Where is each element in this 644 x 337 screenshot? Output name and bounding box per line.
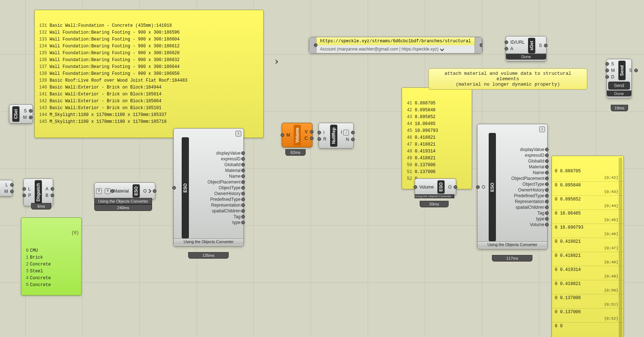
eso-output-expressid[interactable]: expressID bbox=[190, 156, 243, 162]
eso-output-displayvalue[interactable]: displayValue bbox=[497, 147, 547, 152]
volume-title: Volume bbox=[294, 125, 301, 146]
eso-output-spatialchildren[interactable]: spatialChildren bbox=[497, 204, 547, 210]
component-volume-eso[interactable]: Volume ESO O bbox=[415, 178, 456, 195]
dispatch-out-b[interactable]: B bbox=[43, 192, 53, 199]
volume-eso-out[interactable]: O bbox=[446, 184, 456, 190]
eso-output-name[interactable]: Name bbox=[190, 173, 243, 179]
eso-output-representation[interactable]: Representation bbox=[190, 202, 243, 208]
component-volume[interactable]: M Volume V C bbox=[282, 123, 312, 147]
nullrep-out-i[interactable]: I ↓ bbox=[339, 129, 354, 136]
tree-row: 0 0.137006{0;51} bbox=[552, 294, 623, 308]
eso-output-globalid[interactable]: GlobalId bbox=[190, 162, 243, 168]
nullrep-out-n[interactable]: N bbox=[339, 136, 354, 143]
stream-url-strip[interactable]: https://speckle.xyz/streams/6d6cbc1bdf/b… bbox=[309, 37, 483, 53]
component-nullrep[interactable]: I R NullRep I ↓ N bbox=[319, 123, 354, 148]
nullrep-in-r[interactable]: R bbox=[319, 136, 329, 142]
send-timer: 19ms bbox=[611, 105, 628, 111]
stream-url-field[interactable]: https://speckle.xyz/streams/6d6cbc1bdf/b… bbox=[316, 37, 475, 45]
tree-row: 0 0 bbox=[552, 322, 623, 330]
eso-output-tag[interactable]: Tag bbox=[497, 210, 547, 216]
component-sget[interactable]: ID/URL A sGet S Done bbox=[506, 36, 546, 61]
dispatch-in-l[interactable]: L bbox=[24, 186, 33, 192]
toggle-icon-2[interactable]: Y bbox=[105, 188, 111, 194]
component-cset[interactable]: CSet S M bbox=[9, 104, 33, 124]
eso-output-spatialchildren[interactable]: spatialChildren bbox=[190, 208, 243, 214]
eso-output-material[interactable]: Material bbox=[190, 168, 243, 173]
component-send[interactable]: S M D Send S Send Done bbox=[606, 59, 632, 98]
list-item: 133 Wall Foundation:Bearing Footing - 90… bbox=[37, 36, 261, 43]
eso-output-objecttype[interactable]: ObjectType bbox=[190, 185, 243, 191]
eso-right-title: ESO bbox=[489, 133, 496, 241]
dispatch-in-p[interactable]: P bbox=[24, 192, 33, 199]
dispatch-out-a[interactable]: A bbox=[43, 186, 53, 192]
list-item: 143 Basic Wall:Exterior - Brick on Block… bbox=[37, 105, 261, 112]
eso-output-predefinedtype[interactable]: PredefinedType bbox=[190, 196, 243, 202]
material-eso-timer: 240ms bbox=[94, 204, 152, 211]
port-out-icon[interactable] bbox=[475, 37, 482, 53]
list-item: 45 18.096793 bbox=[404, 128, 470, 134]
chevron-down-icon[interactable] bbox=[440, 47, 444, 51]
send-out-s[interactable]: S bbox=[627, 67, 636, 74]
send-in-d[interactable]: D bbox=[607, 74, 617, 80]
eso-output-displayvalue[interactable]: displayValue bbox=[190, 150, 243, 156]
eso-left-input[interactable] bbox=[174, 137, 180, 238]
eso-output-objectplacement[interactable]: ObjectPlacement bbox=[190, 179, 243, 185]
component-eso-left[interactable]: i ESO displayValueexpressIDGlobalIdMater… bbox=[173, 128, 244, 246]
list-item: 4Concrete bbox=[23, 275, 79, 282]
list-item: 42 0.895848 bbox=[404, 107, 470, 114]
volume-out-v[interactable]: V bbox=[302, 129, 312, 135]
volume-out-c[interactable]: C bbox=[302, 135, 312, 142]
port-in-icon[interactable] bbox=[309, 37, 316, 53]
volume-in-m[interactable]: M bbox=[282, 132, 292, 138]
eso-output-objecttype[interactable]: ObjectType bbox=[497, 181, 547, 187]
eso-output-tag[interactable]: Tag bbox=[190, 214, 243, 220]
send-button[interactable]: Send bbox=[608, 82, 630, 90]
panel-tree-values[interactable]: 0 0.888705{0;42}0 0.895848{0;43}0 0.8958… bbox=[552, 156, 624, 337]
panel-materials[interactable]: {0} 0CMU1Brick2Concrete3Steel4Concrete5C… bbox=[21, 217, 82, 295]
eso-output-expressid[interactable]: expressID bbox=[497, 152, 547, 158]
info-icon[interactable]: i bbox=[235, 131, 241, 137]
chevron-right-icon bbox=[274, 60, 278, 64]
tree-row: 0 0.888705{0;42} bbox=[552, 168, 623, 181]
eso-output-ownerhistory[interactable]: OwnerHistory bbox=[190, 191, 243, 196]
tree-row: 0 0.895848{0;43} bbox=[552, 181, 623, 195]
volume-eso-in[interactable]: Volume bbox=[415, 184, 436, 190]
send-in-m[interactable]: M bbox=[607, 67, 617, 74]
list-item: 135 Wall Foundation:Bearing Footing - 90… bbox=[37, 50, 261, 57]
toggle-icon[interactable]: Y bbox=[96, 188, 102, 194]
sget-in-a[interactable]: A bbox=[506, 46, 527, 52]
eso-output-type[interactable]: type bbox=[497, 216, 547, 222]
sget-status: Done bbox=[506, 53, 546, 60]
sget-out-s[interactable]: S bbox=[537, 42, 546, 49]
eso-output-globalid[interactable]: GlobalId bbox=[497, 158, 547, 164]
eso-output-predefinedtype[interactable]: PredefinedType bbox=[497, 193, 547, 199]
eso-output-ownerhistory[interactable]: OwnerHistory bbox=[497, 187, 547, 193]
list-item: 47 0.418821 bbox=[404, 141, 470, 148]
eso-output-representation[interactable]: Representation bbox=[497, 199, 547, 204]
component-partial-left[interactable]: L M bbox=[0, 180, 13, 196]
eso-right-input[interactable]: O bbox=[477, 133, 487, 241]
panel-values[interactable]: 41 0.88870542 0.89584843 0.89585244 18.0… bbox=[402, 87, 472, 189]
component-eso-right[interactable]: i O ESO displayValueexpressIDGlobalIdMat… bbox=[477, 124, 548, 249]
send-in-s[interactable]: S bbox=[607, 61, 617, 67]
partial-out-m[interactable]: M bbox=[0, 188, 12, 195]
cset-port-m[interactable]: M bbox=[21, 114, 31, 121]
component-material-eso[interactable]: Y Y Material ESO O bbox=[94, 182, 155, 199]
eso-output-type[interactable]: type bbox=[190, 220, 243, 225]
partial-out-l[interactable]: L bbox=[0, 182, 12, 188]
sget-in-idurl[interactable]: ID/URL bbox=[506, 39, 527, 46]
component-dispatch[interactable]: L P Dispatch A B bbox=[23, 178, 53, 206]
scrollbar[interactable] bbox=[619, 157, 622, 337]
volume-timer: 62ms bbox=[285, 149, 306, 156]
eso-output-volume[interactable]: Volume bbox=[497, 222, 547, 228]
eso-output-objectplacement[interactable]: ObjectPlacement bbox=[497, 176, 547, 181]
eso-output-material[interactable]: Material bbox=[497, 164, 547, 170]
material-eso-out[interactable]: O bbox=[141, 188, 155, 194]
panel-element-list[interactable]: 131 Basic Wall:Foundation - Concrete (43… bbox=[34, 10, 264, 138]
cset-port-s[interactable]: S bbox=[21, 108, 31, 114]
eso-output-name[interactable]: Name bbox=[497, 170, 547, 176]
down-arrow-icon[interactable]: ↓ bbox=[343, 130, 349, 135]
nullrep-in-i[interactable]: I bbox=[319, 129, 329, 136]
info-icon[interactable]: i bbox=[539, 126, 545, 132]
material-input[interactable]: Material bbox=[112, 188, 131, 194]
